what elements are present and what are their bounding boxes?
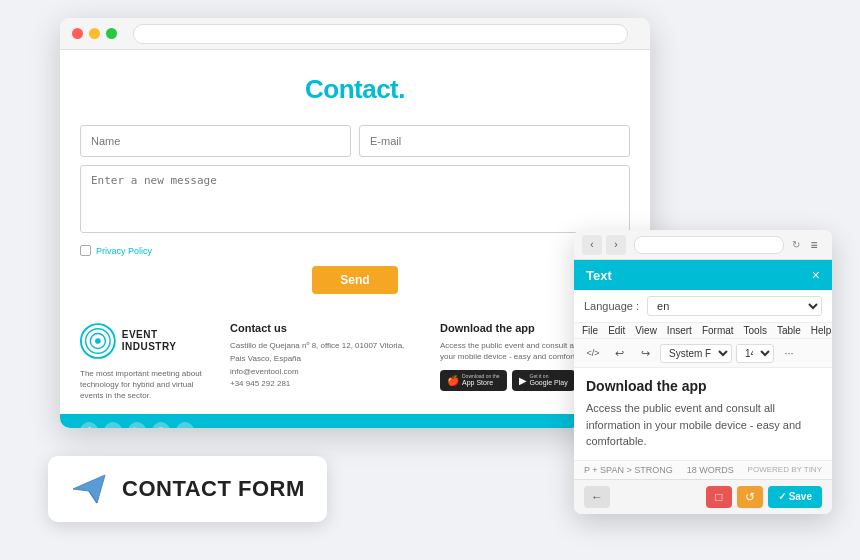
contact-page: Contact. Privacy Policy Send xyxy=(60,50,650,294)
editor-menu-btn[interactable]: ≡ xyxy=(804,235,824,255)
cancel-button[interactable]: □ xyxy=(706,486,732,508)
menu-insert[interactable]: Insert xyxy=(667,325,692,336)
menu-file[interactable]: File xyxy=(582,325,598,336)
footer-contact-heading: Contact us xyxy=(230,322,420,334)
contact-form-label: CONTACT FORM xyxy=(122,476,305,502)
editor-forward-btn[interactable]: › xyxy=(606,235,626,255)
privacy-row: Privacy Policy xyxy=(80,245,630,256)
footer-area: EVENT INDUSTRY The most important meetin… xyxy=(60,304,650,414)
editor-content-body[interactable]: Access the public event and consult all … xyxy=(586,400,820,450)
send-button[interactable]: Send xyxy=(312,266,397,294)
footer-phone: +34 945 292 281 xyxy=(230,378,420,391)
editor-menubar: File Edit View Insert Format Tools Table… xyxy=(574,323,832,339)
app-store-label: App Store xyxy=(462,379,500,387)
editor-refresh-icon[interactable]: ↻ xyxy=(792,239,800,250)
menu-view[interactable]: View xyxy=(635,325,657,336)
code-toggle-btn[interactable]: </> xyxy=(582,342,604,364)
size-select[interactable]: 14pt xyxy=(736,344,774,363)
social-icons: f t in li yt xyxy=(80,422,194,428)
facebook-icon[interactable]: f xyxy=(80,422,98,428)
google-play-label: Google Play xyxy=(530,379,568,387)
footer-logo: EVENT INDUSTRY xyxy=(80,322,210,360)
logo-text: EVENT INDUSTRY xyxy=(122,329,210,353)
back-button[interactable]: ← xyxy=(584,486,610,508)
language-label: Language : xyxy=(584,300,639,312)
email-input[interactable] xyxy=(359,125,630,157)
cancel-icon: □ xyxy=(715,490,722,504)
menu-format[interactable]: Format xyxy=(702,325,734,336)
menu-edit[interactable]: Edit xyxy=(608,325,625,336)
footer-email: info@eventool.com xyxy=(230,366,420,379)
editor-toolbar: </> ↩ ↪ System Font 14pt ··· xyxy=(574,339,832,368)
linkedin-icon[interactable]: li xyxy=(152,422,170,428)
browser-url-bar xyxy=(133,24,628,44)
dot-yellow[interactable] xyxy=(89,28,100,39)
browser-titlebar xyxy=(60,18,650,50)
discard-icon: ↺ xyxy=(745,490,755,504)
browser-window: Contact. Privacy Policy Send EVENT IND xyxy=(60,18,650,428)
footer-address: Castillo de Quejana nº 8, office 12, 010… xyxy=(230,340,420,366)
form-name-email-row xyxy=(80,125,630,157)
font-select[interactable]: System Font xyxy=(660,344,732,363)
editor-header: Text × xyxy=(574,260,832,290)
privacy-label[interactable]: Privacy Policy xyxy=(96,246,152,256)
footer-bar: f t in li yt © Eventool 2021 xyxy=(60,414,650,428)
name-input[interactable] xyxy=(80,125,351,157)
undo-btn[interactable]: ↩ xyxy=(608,342,630,364)
editor-browser-bar: ‹ › ↻ ≡ xyxy=(574,230,832,260)
contact-title-dot: . xyxy=(398,74,405,104)
menu-help[interactable]: Help xyxy=(811,325,832,336)
powered-by: POWERED BY TINY xyxy=(748,465,822,474)
word-count: 18 WORDS xyxy=(687,465,734,475)
footer-logo-section: EVENT INDUSTRY The most important meetin… xyxy=(80,322,210,402)
instagram-icon[interactable]: in xyxy=(128,422,146,428)
badge-icon xyxy=(70,470,108,508)
editor-title: Text xyxy=(586,268,612,283)
google-play-button[interactable]: ▶ Get it on Google Play xyxy=(512,370,575,390)
more-options-btn[interactable]: ··· xyxy=(778,342,800,364)
app-store-button[interactable]: 🍎 Download on the App Store xyxy=(440,370,507,390)
youtube-icon[interactable]: yt xyxy=(176,422,194,428)
save-button[interactable]: ✓ Save xyxy=(768,486,822,508)
dot-red[interactable] xyxy=(72,28,83,39)
editor-back-btn[interactable]: ‹ xyxy=(582,235,602,255)
editor-action-bar: ← □ ↺ ✓ Save xyxy=(574,479,832,514)
editor-close-btn[interactable]: × xyxy=(812,267,820,283)
message-textarea[interactable] xyxy=(80,165,630,233)
svg-marker-4 xyxy=(73,475,105,503)
contact-form-badge: CONTACT FORM xyxy=(48,456,327,522)
contact-title-text: Contact xyxy=(305,74,398,104)
dot-green[interactable] xyxy=(106,28,117,39)
apple-icon: 🍎 xyxy=(447,375,459,386)
redo-btn[interactable]: ↪ xyxy=(634,342,656,364)
privacy-checkbox[interactable] xyxy=(80,245,91,256)
contact-title: Contact. xyxy=(80,74,630,105)
google-play-icon: ▶ xyxy=(519,375,527,386)
editor-content: Download the app Access the public event… xyxy=(574,368,832,460)
footer-contact-section: Contact us Castillo de Quejana nº 8, off… xyxy=(230,322,420,402)
editor-language-row: Language : en xyxy=(574,290,832,323)
editor-panel: ‹ › ↻ ≡ Text × Language : en File Edit V… xyxy=(574,230,832,514)
svg-point-3 xyxy=(95,338,101,344)
editor-path: P + SPAN > STRONG xyxy=(584,465,673,475)
editor-url-bar xyxy=(634,236,784,254)
event-industry-logo-icon xyxy=(80,322,116,360)
discard-button[interactable]: ↺ xyxy=(737,486,763,508)
editor-content-title[interactable]: Download the app xyxy=(586,378,820,394)
menu-tools[interactable]: Tools xyxy=(744,325,767,336)
menu-table[interactable]: Table xyxy=(777,325,801,336)
editor-footer: P + SPAN > STRONG 18 WORDS POWERED BY TI… xyxy=(574,460,832,479)
language-select[interactable]: en xyxy=(647,296,822,316)
twitter-icon[interactable]: t xyxy=(104,422,122,428)
footer-description: The most important meeting about technol… xyxy=(80,368,210,402)
paper-plane-icon xyxy=(71,471,107,507)
